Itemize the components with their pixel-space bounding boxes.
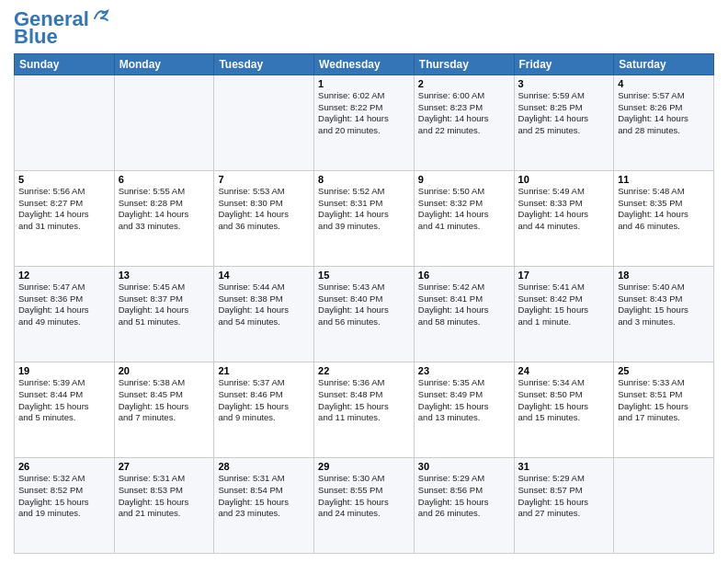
calendar-day-cell: 11Sunrise: 5:48 AM Sunset: 8:35 PM Dayli… <box>614 170 714 266</box>
day-info: Sunrise: 5:30 AM Sunset: 8:55 PM Dayligh… <box>318 473 410 520</box>
day-number: 5 <box>18 174 110 185</box>
day-info: Sunrise: 5:33 AM Sunset: 8:51 PM Dayligh… <box>618 377 710 424</box>
calendar-day-cell: 17Sunrise: 5:41 AM Sunset: 8:42 PM Dayli… <box>514 266 614 362</box>
calendar-day-cell: 29Sunrise: 5:30 AM Sunset: 8:55 PM Dayli… <box>314 457 415 553</box>
day-number: 3 <box>518 78 610 89</box>
logo-bird-icon <box>91 7 111 24</box>
day-number: 13 <box>119 270 210 281</box>
day-info: Sunrise: 5:41 AM Sunset: 8:42 PM Dayligh… <box>518 282 610 328</box>
calendar-day-header: Friday <box>514 53 614 75</box>
calendar-day-header: Tuesday <box>214 53 314 75</box>
day-number: 25 <box>618 365 710 376</box>
day-info: Sunrise: 5:35 AM Sunset: 8:49 PM Dayligh… <box>418 377 510 424</box>
day-number: 20 <box>119 365 210 376</box>
day-info: Sunrise: 6:02 AM Sunset: 8:22 PM Dayligh… <box>318 90 410 137</box>
day-number: 24 <box>518 365 610 376</box>
day-number: 15 <box>318 270 410 281</box>
day-info: Sunrise: 5:34 AM Sunset: 8:50 PM Dayligh… <box>518 377 610 424</box>
day-number: 4 <box>618 78 710 89</box>
day-info: Sunrise: 5:38 AM Sunset: 8:45 PM Dayligh… <box>119 377 210 424</box>
day-number: 18 <box>618 270 710 281</box>
day-number: 16 <box>418 270 510 281</box>
day-info: Sunrise: 5:31 AM Sunset: 8:53 PM Dayligh… <box>119 473 210 520</box>
day-info: Sunrise: 5:40 AM Sunset: 8:43 PM Dayligh… <box>618 282 710 328</box>
day-info: Sunrise: 5:37 AM Sunset: 8:46 PM Dayligh… <box>218 377 310 424</box>
day-number: 30 <box>418 461 510 472</box>
day-info: Sunrise: 5:57 AM Sunset: 8:26 PM Dayligh… <box>618 90 710 137</box>
calendar-day-cell: 16Sunrise: 5:42 AM Sunset: 8:41 PM Dayli… <box>414 266 514 362</box>
calendar-day-cell <box>214 75 314 170</box>
calendar-day-cell: 10Sunrise: 5:49 AM Sunset: 8:33 PM Dayli… <box>514 170 614 266</box>
day-info: Sunrise: 5:49 AM Sunset: 8:33 PM Dayligh… <box>518 186 610 233</box>
day-info: Sunrise: 5:29 AM Sunset: 8:56 PM Dayligh… <box>418 473 510 520</box>
calendar-day-cell: 13Sunrise: 5:45 AM Sunset: 8:37 PM Dayli… <box>114 266 214 362</box>
calendar-header-row: SundayMondayTuesdayWednesdayThursdayFrid… <box>15 53 714 75</box>
calendar-day-cell: 14Sunrise: 5:44 AM Sunset: 8:38 PM Dayli… <box>214 266 314 362</box>
calendar-day-header: Thursday <box>414 53 514 75</box>
calendar-day-cell: 28Sunrise: 5:31 AM Sunset: 8:54 PM Dayli… <box>214 457 314 553</box>
calendar-week-row: 26Sunrise: 5:32 AM Sunset: 8:52 PM Dayli… <box>15 457 714 553</box>
calendar-day-cell: 20Sunrise: 5:38 AM Sunset: 8:45 PM Dayli… <box>114 362 214 457</box>
calendar-week-row: 12Sunrise: 5:47 AM Sunset: 8:36 PM Dayli… <box>15 266 714 362</box>
day-info: Sunrise: 5:48 AM Sunset: 8:35 PM Dayligh… <box>618 186 710 233</box>
day-number: 1 <box>318 78 410 89</box>
day-info: Sunrise: 5:43 AM Sunset: 8:40 PM Dayligh… <box>318 282 410 328</box>
day-number: 19 <box>18 365 110 376</box>
calendar-day-cell: 8Sunrise: 5:52 AM Sunset: 8:31 PM Daylig… <box>314 170 415 266</box>
day-info: Sunrise: 5:59 AM Sunset: 8:25 PM Dayligh… <box>518 90 610 137</box>
calendar-week-row: 1Sunrise: 6:02 AM Sunset: 8:22 PM Daylig… <box>15 75 714 170</box>
calendar-day-cell: 15Sunrise: 5:43 AM Sunset: 8:40 PM Dayli… <box>314 266 415 362</box>
day-number: 14 <box>218 270 310 281</box>
calendar-day-cell: 21Sunrise: 5:37 AM Sunset: 8:46 PM Dayli… <box>214 362 314 457</box>
logo-blue: Blue <box>14 28 58 46</box>
day-number: 11 <box>618 174 710 185</box>
calendar-day-cell: 3Sunrise: 5:59 AM Sunset: 8:25 PM Daylig… <box>514 75 614 170</box>
day-info: Sunrise: 5:52 AM Sunset: 8:31 PM Dayligh… <box>318 186 410 233</box>
day-info: Sunrise: 5:56 AM Sunset: 8:27 PM Dayligh… <box>18 186 110 233</box>
day-number: 31 <box>518 461 610 472</box>
calendar-day-cell: 4Sunrise: 5:57 AM Sunset: 8:26 PM Daylig… <box>614 75 714 170</box>
calendar-day-header: Saturday <box>614 53 714 75</box>
day-info: Sunrise: 5:29 AM Sunset: 8:57 PM Dayligh… <box>518 473 610 520</box>
day-info: Sunrise: 6:00 AM Sunset: 8:23 PM Dayligh… <box>418 90 510 137</box>
header: General Blue <box>14 9 714 46</box>
day-number: 27 <box>119 461 210 472</box>
calendar-day-cell: 19Sunrise: 5:39 AM Sunset: 8:44 PM Dayli… <box>15 362 115 457</box>
calendar-week-row: 19Sunrise: 5:39 AM Sunset: 8:44 PM Dayli… <box>15 362 714 457</box>
day-info: Sunrise: 5:55 AM Sunset: 8:28 PM Dayligh… <box>119 186 210 233</box>
day-number: 28 <box>218 461 310 472</box>
day-info: Sunrise: 5:39 AM Sunset: 8:44 PM Dayligh… <box>18 377 110 424</box>
logo: General Blue <box>14 9 111 46</box>
day-number: 22 <box>318 365 410 376</box>
page: General Blue SundayMondayTuesdayWednesda… <box>0 0 728 563</box>
day-number: 23 <box>418 365 510 376</box>
day-info: Sunrise: 5:31 AM Sunset: 8:54 PM Dayligh… <box>218 473 310 520</box>
calendar-day-cell: 2Sunrise: 6:00 AM Sunset: 8:23 PM Daylig… <box>414 75 514 170</box>
calendar-day-cell: 7Sunrise: 5:53 AM Sunset: 8:30 PM Daylig… <box>214 170 314 266</box>
day-info: Sunrise: 5:45 AM Sunset: 8:37 PM Dayligh… <box>119 282 210 328</box>
calendar-day-cell: 22Sunrise: 5:36 AM Sunset: 8:48 PM Dayli… <box>314 362 415 457</box>
calendar-day-cell: 6Sunrise: 5:55 AM Sunset: 8:28 PM Daylig… <box>114 170 214 266</box>
calendar-table: SundayMondayTuesdayWednesdayThursdayFrid… <box>14 53 714 554</box>
calendar-day-cell: 23Sunrise: 5:35 AM Sunset: 8:49 PM Dayli… <box>414 362 514 457</box>
calendar-week-row: 5Sunrise: 5:56 AM Sunset: 8:27 PM Daylig… <box>15 170 714 266</box>
day-number: 7 <box>218 174 310 185</box>
calendar-day-cell: 24Sunrise: 5:34 AM Sunset: 8:50 PM Dayli… <box>514 362 614 457</box>
day-number: 12 <box>18 270 110 281</box>
day-info: Sunrise: 5:44 AM Sunset: 8:38 PM Dayligh… <box>218 282 310 328</box>
day-number: 17 <box>518 270 610 281</box>
calendar-day-cell <box>15 75 115 170</box>
calendar-day-cell: 27Sunrise: 5:31 AM Sunset: 8:53 PM Dayli… <box>114 457 214 553</box>
calendar-day-cell: 1Sunrise: 6:02 AM Sunset: 8:22 PM Daylig… <box>314 75 415 170</box>
day-number: 9 <box>418 174 510 185</box>
calendar-day-cell: 5Sunrise: 5:56 AM Sunset: 8:27 PM Daylig… <box>15 170 115 266</box>
day-info: Sunrise: 5:36 AM Sunset: 8:48 PM Dayligh… <box>318 377 410 424</box>
day-number: 2 <box>418 78 510 89</box>
day-number: 10 <box>518 174 610 185</box>
day-number: 6 <box>119 174 210 185</box>
day-info: Sunrise: 5:47 AM Sunset: 8:36 PM Dayligh… <box>18 282 110 328</box>
calendar-day-cell: 26Sunrise: 5:32 AM Sunset: 8:52 PM Dayli… <box>15 457 115 553</box>
calendar-day-cell: 12Sunrise: 5:47 AM Sunset: 8:36 PM Dayli… <box>15 266 115 362</box>
calendar-day-cell <box>114 75 214 170</box>
calendar-day-header: Sunday <box>15 53 115 75</box>
